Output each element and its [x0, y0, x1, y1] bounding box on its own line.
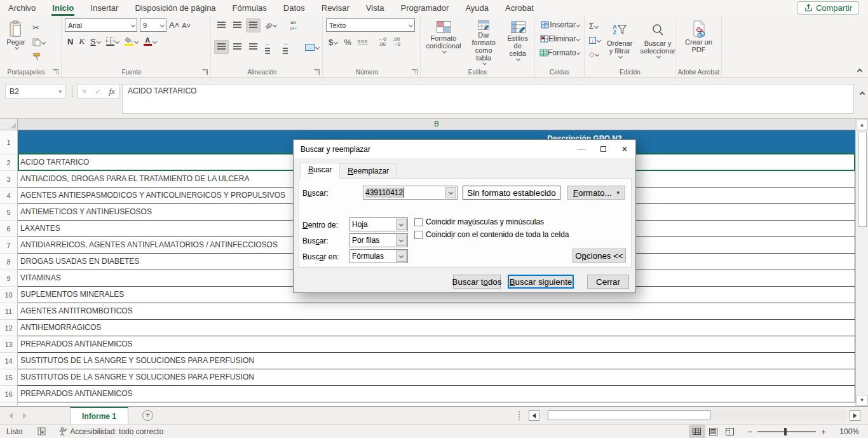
find-what-combo[interactable]: 439110412	[363, 186, 458, 200]
match-entire-box[interactable]	[414, 231, 423, 239]
dialog-title-bar[interactable]: Buscar y reemplazar — ×	[294, 140, 635, 158]
tab-buscar[interactable]: Buscar	[300, 163, 340, 179]
number-dialog-launcher[interactable]	[412, 69, 417, 75]
match-entire-checkbox[interactable]: Coincidir con el contenido de toda la ce…	[414, 230, 569, 239]
number-format-combo[interactable]: Texto	[326, 18, 415, 32]
row-number[interactable]: 14	[0, 353, 18, 369]
horizontal-scrollbar[interactable]	[543, 410, 846, 421]
row-number[interactable]: 1	[0, 130, 18, 154]
menu-tab-revisar[interactable]: Revisar	[313, 1, 358, 16]
grid-cell-B14[interactable]: SUSTITUTOS DE LA SANGRE Y SOLUCIONES PAR…	[18, 353, 855, 369]
row-number[interactable]: 16	[0, 386, 18, 402]
create-pdf-button[interactable]: Crear un PDF	[681, 18, 717, 66]
view-page-layout-button[interactable]	[705, 425, 722, 438]
row-number[interactable]: 15	[0, 369, 18, 386]
zoom-slider-handle[interactable]	[784, 428, 787, 435]
within-dropdown-icon[interactable]	[396, 219, 407, 230]
horizontal-scroll-thumb[interactable]	[548, 410, 710, 420]
font-color-button[interactable]: A	[144, 37, 156, 46]
view-page-break-button[interactable]	[722, 425, 738, 438]
find-all-button[interactable]: Buscar todos	[453, 275, 501, 289]
autosum-button[interactable]: Σ	[588, 20, 602, 32]
cut-button[interactable]: ✂	[31, 21, 46, 34]
row-number[interactable]: 13	[0, 336, 18, 353]
menu-tab-datos[interactable]: Datos	[275, 1, 313, 16]
cancel-icon[interactable]: ×	[82, 86, 87, 96]
row-number[interactable]: 3	[0, 171, 18, 188]
decrease-indent-button[interactable]: ←	[262, 36, 278, 58]
insert-function-icon[interactable]: fx	[109, 86, 114, 97]
wrap-text-button[interactable]: ab c↩	[290, 20, 297, 31]
copy-button[interactable]	[31, 36, 46, 48]
row-number[interactable]: 2	[0, 154, 18, 171]
zoom-out-button[interactable]: −	[747, 427, 752, 437]
font-dialog-launcher[interactable]	[202, 69, 208, 75]
increase-decimal-button[interactable]: ←0 .00	[378, 37, 386, 47]
grid-cell-B12[interactable]: ANTIHEMORRAGICOS	[18, 320, 855, 336]
italic-button[interactable]: K	[79, 36, 85, 46]
menu-tab-vista[interactable]: Vista	[358, 1, 393, 16]
enter-icon[interactable]: ✓	[95, 87, 101, 96]
formula-input[interactable]: ACIDO TARTARICO	[122, 84, 854, 114]
menu-tab-formulas[interactable]: Fórmulas	[224, 1, 275, 16]
tab-reemplazar[interactable]: Reemplazar	[339, 163, 397, 179]
vertical-scrollbar[interactable]: ▲ ▼	[855, 119, 868, 406]
row-number[interactable]: 11	[0, 303, 18, 320]
align-right-button[interactable]	[246, 40, 261, 54]
scroll-down-arrow[interactable]: ▼	[857, 395, 868, 406]
align-center-button[interactable]	[230, 40, 245, 54]
grid-cell-B16[interactable]: PREPARADOS ANTIANEMICOS	[18, 386, 855, 402]
row-number[interactable]: 7	[0, 237, 18, 254]
select-all-corner[interactable]	[0, 119, 18, 130]
menu-tab-insertar[interactable]: Insertar	[82, 1, 126, 16]
sheet-tab-informe-1[interactable]: Informe 1	[70, 407, 128, 424]
options-button[interactable]: Opciones <<	[573, 249, 626, 263]
row-number[interactable]: 8	[0, 254, 18, 270]
font-size-combo[interactable]: 9	[140, 18, 166, 32]
find-what-dropdown-icon[interactable]	[445, 187, 456, 198]
decrease-decimal-button[interactable]: .00 →0	[393, 37, 400, 47]
row-number[interactable]: 12	[0, 320, 18, 336]
merge-center-button[interactable]: ↔	[305, 44, 319, 51]
row-number[interactable]: 9	[0, 270, 18, 287]
percent-button[interactable]: %	[344, 38, 351, 47]
menu-tab-inicio[interactable]: Inicio	[44, 1, 82, 16]
format-button[interactable]: Formato...▾	[567, 186, 625, 200]
align-bottom-button[interactable]	[246, 18, 261, 32]
clipboard-dialog-launcher[interactable]	[53, 69, 58, 75]
sheet-nav-prev-icon[interactable]	[9, 413, 13, 419]
underline-button[interactable]: S	[90, 37, 100, 46]
increase-indent-button[interactable]: →	[280, 36, 296, 58]
grid-cell-B11[interactable]: AGENTES ANTITROMBOTICOS	[18, 303, 855, 320]
row-number[interactable]: 5	[0, 204, 18, 221]
paste-button[interactable]: Pegar	[3, 18, 29, 66]
zoom-level[interactable]: 100%	[826, 427, 859, 436]
match-case-checkbox[interactable]: Coincidir mayúsculas y minúsculas	[414, 217, 544, 226]
font-family-combo[interactable]: Arial	[65, 18, 137, 32]
zoom-slider[interactable]	[757, 431, 816, 432]
vertical-scroll-thumb[interactable]	[858, 132, 867, 227]
within-combo[interactable]: Hoja	[349, 217, 408, 231]
fill-color-button[interactable]	[125, 37, 138, 46]
bold-button[interactable]: N	[67, 37, 73, 46]
menu-tab-ayuda[interactable]: Ayuda	[457, 1, 497, 16]
orientation-button[interactable]: ab	[262, 18, 280, 32]
look-in-combo[interactable]: Fórmulas	[349, 249, 408, 263]
close-icon[interactable]: ×	[614, 140, 635, 158]
sort-filter-button[interactable]: AZ Ordenar y filtrar	[604, 18, 635, 66]
conditional-formatting-button[interactable]: Formato condicional	[424, 18, 463, 66]
format-as-table-button[interactable]: Dar formato como tabla	[466, 18, 501, 66]
fill-button[interactable]: ↓	[588, 34, 602, 46]
grid-cell-B15[interactable]: SUSTITUTOS DE LA SANGRE Y SOLUCIONES PAR…	[18, 369, 855, 386]
zoom-in-button[interactable]: +	[821, 427, 826, 437]
collapse-formula-bar-icon[interactable]	[860, 92, 865, 97]
menu-tab-acrobat[interactable]: Acrobat	[497, 1, 542, 16]
borders-button[interactable]	[106, 38, 119, 46]
new-sheet-button[interactable]: +	[142, 410, 153, 421]
no-format-preview-button[interactable]: Sin formato establecido	[463, 186, 560, 200]
column-header-B[interactable]: B	[18, 119, 855, 130]
currency-button[interactable]: $	[329, 38, 337, 47]
align-middle-button[interactable]	[230, 18, 245, 32]
format-cells-button[interactable]: Formato	[538, 46, 581, 59]
look-in-dropdown-icon[interactable]	[396, 250, 407, 262]
